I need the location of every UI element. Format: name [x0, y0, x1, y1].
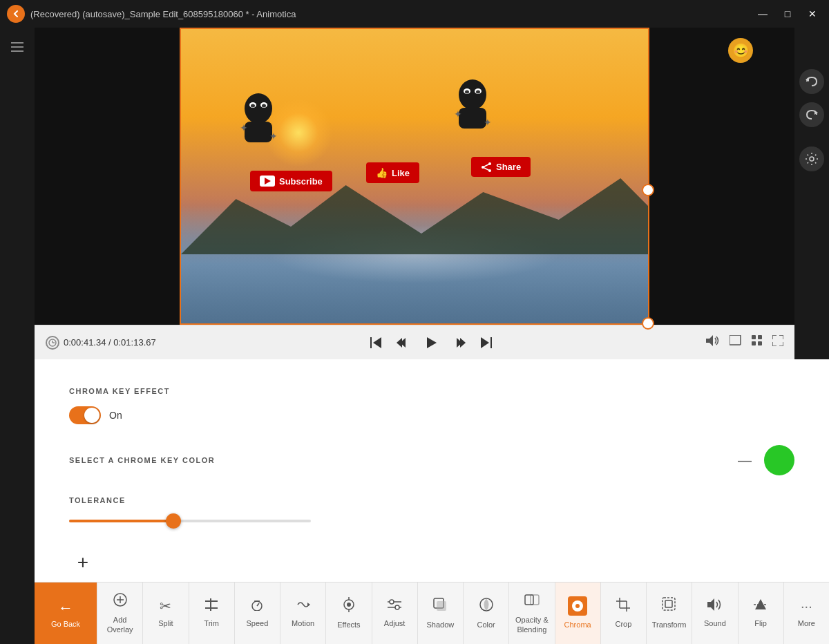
- svg-text:✦: ✦: [484, 117, 492, 128]
- svg-point-63: [395, 605, 399, 609]
- play-btn[interactable]: [420, 332, 442, 354]
- shadow-label: Shadow: [426, 620, 454, 629]
- toolbar-shadow[interactable]: Shadow: [417, 583, 463, 644]
- time-value: 0:00:41.34 / 0:01:13.67: [64, 337, 156, 348]
- flip-label: Flip: [754, 618, 767, 628]
- settings-btn[interactable]: [799, 146, 824, 171]
- svg-point-62: [390, 600, 394, 604]
- expand-btn[interactable]: [772, 335, 783, 350]
- close-btn[interactable]: ✕: [803, 4, 822, 23]
- color-icon: [479, 597, 494, 616]
- sound-label: Sound: [704, 618, 726, 628]
- toolbar-crop[interactable]: Crop: [600, 583, 646, 644]
- go-back-arrow-icon: ←: [58, 599, 73, 617]
- more-label: More: [798, 618, 815, 628]
- opacity-blending-label: Opacity & Blending: [512, 615, 551, 635]
- svg-marker-55: [307, 603, 310, 607]
- svg-rect-68: [531, 595, 539, 605]
- svg-text:✦: ✦: [240, 122, 248, 133]
- toolbar-chroma[interactable]: Chroma: [555, 583, 600, 644]
- toggle-track[interactable]: [69, 406, 101, 424]
- toolbar-sound[interactable]: Sound: [692, 583, 737, 644]
- tolerance-slider[interactable]: [69, 514, 794, 528]
- fullscreen-preview-btn[interactable]: [730, 335, 742, 350]
- chroma-key-title: CHROMA KEY EFFECT: [69, 387, 794, 395]
- redo-btn[interactable]: [799, 102, 824, 127]
- chroma-toggle[interactable]: [69, 406, 101, 424]
- toolbar-flip[interactable]: Flip: [738, 583, 783, 644]
- svg-rect-35: [490, 337, 492, 348]
- svg-rect-1: [11, 46, 23, 48]
- toggle-thumb: [84, 408, 99, 423]
- skip-to-start-btn[interactable]: [370, 337, 383, 348]
- svg-rect-74: [665, 600, 672, 607]
- toolbar-trim[interactable]: Trim: [189, 583, 234, 644]
- svg-marker-32: [427, 337, 437, 348]
- skip-to-end-btn[interactable]: [479, 337, 492, 348]
- right-sidebar: [794, 28, 829, 359]
- toolbar-motion[interactable]: Motion: [280, 583, 325, 644]
- more-icon: ···: [801, 598, 812, 614]
- step-forward-btn[interactable]: [456, 338, 466, 348]
- playback-right: [706, 335, 783, 350]
- video-editor-split: 😊: [35, 28, 829, 644]
- toolbar-color[interactable]: Color: [463, 583, 508, 644]
- svg-rect-0: [11, 42, 23, 44]
- add-effect-btn[interactable]: +: [69, 549, 97, 576]
- titlebar-back-btn[interactable]: [7, 5, 25, 23]
- go-back-label: Go Back: [51, 620, 80, 628]
- editor-content: CHROMA KEY EFFECT On SELECT A CHROME KEY…: [35, 359, 829, 582]
- ninja-left: ✦ ✦: [236, 91, 281, 149]
- toolbar-transform[interactable]: Transform: [646, 583, 692, 644]
- crop-label: Crop: [615, 619, 631, 629]
- share-btn: Share: [471, 157, 531, 177]
- subscribe-btn: Subscribe: [250, 171, 332, 191]
- svg-marker-34: [460, 338, 466, 348]
- video-container: 😊: [35, 28, 794, 325]
- titlebar: (Recovered) (autosave)_Sample Edit_60859…: [0, 0, 829, 28]
- go-back-btn[interactable]: ← Go Back: [35, 583, 97, 644]
- svg-rect-52: [210, 598, 211, 611]
- adjust-icon: [388, 598, 401, 614]
- volume-btn[interactable]: [706, 335, 720, 350]
- svg-rect-73: [663, 598, 675, 610]
- svg-point-7: [251, 104, 255, 108]
- svg-marker-75: [707, 598, 714, 611]
- crop-handle-bottom-right[interactable]: [642, 317, 654, 330]
- grid-view-btn[interactable]: [752, 335, 763, 350]
- transform-label: Transform: [652, 620, 687, 629]
- svg-point-46: [810, 157, 814, 161]
- toolbar-more[interactable]: ··· More: [783, 583, 829, 644]
- svg-point-12: [459, 79, 486, 110]
- toolbar-opacity-blending[interactable]: Opacity & Blending: [508, 583, 554, 644]
- toolbar-effects[interactable]: Effects: [325, 583, 371, 644]
- svg-rect-67: [525, 595, 533, 605]
- emoji-button[interactable]: 😊: [728, 38, 753, 63]
- sidebar-menu-icon[interactable]: [5, 35, 30, 59]
- slider-thumb[interactable]: [166, 513, 181, 529]
- crop-handle-right-mid[interactable]: [642, 184, 654, 196]
- add-overlay-icon: [113, 592, 128, 611]
- window-controls: — □ ✕: [753, 4, 822, 23]
- toolbar-speed[interactable]: Speed: [234, 583, 280, 644]
- add-overlay-label: Add Overlay: [100, 615, 140, 635]
- svg-line-24: [483, 167, 490, 171]
- toolbar-adjust[interactable]: Adjust: [372, 583, 417, 644]
- bottom-toolbar: ← Go Back Add Overlay ✂ Split: [35, 582, 829, 644]
- svg-point-4: [245, 93, 272, 124]
- toolbar-add-overlay[interactable]: Add Overlay: [97, 583, 142, 644]
- remove-color-btn[interactable]: —: [736, 452, 753, 468]
- undo-btn[interactable]: [799, 69, 824, 94]
- sound-icon: [707, 598, 723, 614]
- step-back-btn[interactable]: [397, 338, 406, 348]
- like-btn: 👍 Like: [366, 162, 419, 183]
- titlebar-title: (Recovered) (autosave)_Sample Edit_60859…: [30, 9, 747, 19]
- video-canvas: ✦ ✦: [180, 28, 649, 325]
- maximize-btn[interactable]: □: [778, 4, 797, 23]
- opacity-icon: [524, 592, 540, 611]
- adjust-label: Adjust: [384, 618, 406, 628]
- toolbar-split[interactable]: ✂ Split: [142, 583, 188, 644]
- minimize-btn[interactable]: —: [753, 4, 772, 23]
- color-picker[interactable]: [764, 445, 794, 475]
- split-label: Split: [158, 618, 173, 628]
